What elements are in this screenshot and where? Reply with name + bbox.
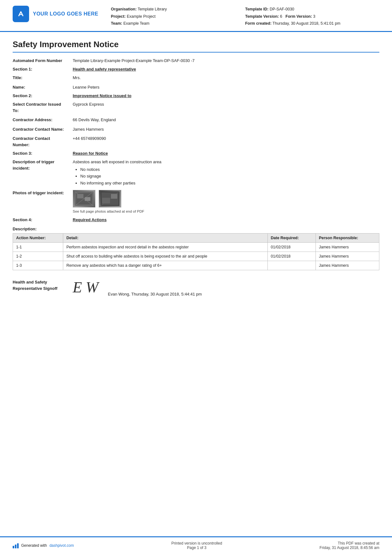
contractor-row: Select Contractor Issued To: Gyprock Exp…: [13, 101, 379, 114]
trigger-bullets: No noticesNo signageNo informing any oth…: [80, 166, 379, 186]
contact-name-value: James Hammers: [73, 126, 379, 133]
org-row: Organisation: Template Library: [111, 6, 245, 13]
table-cell-date_required: [267, 261, 315, 270]
photos-value: See full page photos attached at end of …: [73, 190, 379, 214]
section4-title: Required Actions: [73, 217, 107, 222]
table-body: 1-1Perform asbestos inspection and recor…: [13, 243, 379, 270]
svg-rect-0: [17, 10, 25, 18]
form-version-value: 3: [313, 14, 315, 19]
bullet-item: No informing any other parties: [80, 180, 379, 186]
table-cell-person_responsible: James Hammers: [315, 252, 379, 261]
name-value: Leanne Peters: [73, 84, 379, 90]
table-row: 1-3Remove any asbestos which has a dange…: [13, 261, 379, 270]
form-created-row: Form created: Thursday, 30 August 2018, …: [245, 20, 379, 27]
svg-rect-11: [111, 194, 117, 199]
template-id-label: Template ID:: [245, 7, 268, 11]
table-header-cell: Date Required:: [267, 234, 315, 243]
section1-title: Health and safety representative: [73, 67, 136, 72]
title-label: Title:: [13, 75, 73, 81]
section3-title: Reason for Notice: [73, 151, 108, 156]
contact-name-row: Contractor Contact Name: James Hammers: [13, 126, 379, 133]
table-cell-person_responsible: James Hammers: [315, 243, 379, 252]
table-section: Description: Action Number:Detail:Date R…: [13, 227, 379, 270]
header: YOUR LOGO GOES HERE Organisation: Templa…: [0, 0, 392, 32]
logo-area: YOUR LOGO GOES HERE: [13, 6, 98, 22]
table-header-row: Action Number:Detail:Date Required:Perso…: [13, 234, 379, 243]
photos-row: Photos of trigger incident:: [13, 190, 379, 214]
main-content: Safety Improvement Notice Automated Form…: [0, 32, 392, 537]
trigger-row: Description of trigger incident: Asbesto…: [13, 159, 379, 187]
header-meta-left: Organisation: Template Library Project: …: [111, 6, 245, 27]
table-cell-action_number: 1-3: [13, 261, 63, 270]
project-value: Example Project: [127, 14, 156, 19]
footer-center: Printed version is uncontrolled Page 1 o…: [171, 541, 222, 550]
org-value: Template Library: [138, 7, 167, 11]
bar3: [17, 543, 19, 548]
automated-form-number-row: Automated Form Number Template Library-E…: [13, 58, 379, 64]
table-cell-person_responsible: James Hammers: [315, 261, 379, 270]
signoff-section: Health and Safety Representative Signoff…: [13, 277, 379, 296]
contractor-label: Select Contractor Issued To:: [13, 101, 73, 114]
automated-form-number-value: Template Library-Example Project-Example…: [73, 58, 379, 64]
section2-label: Section 2:: [13, 93, 73, 98]
table-row: 1-2Shut off access to building while asb…: [13, 252, 379, 261]
logo-icon: [13, 6, 29, 22]
footer-right-line2: Friday, 31 August 2018, 8:45:56 am: [320, 546, 379, 550]
section4-row: Section 4: Required Actions: [13, 217, 379, 222]
team-value: Example Team: [123, 21, 149, 26]
footer: Generated with dashpivot.com Printed ver…: [0, 536, 392, 555]
section1-row: Section 1: Health and safety representat…: [13, 67, 379, 72]
contact-number-value: +44 65748909090: [73, 135, 379, 142]
bullet-item: No signage: [80, 173, 379, 179]
photo-caption: See full page photos attached at end of …: [73, 209, 379, 214]
template-id-value: DP-SAF-0030: [270, 7, 294, 11]
actions-table: Action Number:Detail:Date Required:Perso…: [13, 233, 379, 270]
logo-text: YOUR LOGO GOES HERE: [33, 11, 98, 17]
bullet-item: No notices: [80, 166, 379, 173]
dashpivot-link[interactable]: dashpivot.com: [49, 543, 74, 548]
header-meta: Organisation: Template Library Project: …: [111, 6, 379, 27]
contact-number-row: Contractor Contact Number: +44 657489090…: [13, 135, 379, 148]
section4-label: Section 4:: [13, 217, 73, 222]
team-row: Team: Example Team: [111, 20, 245, 27]
project-label: Project:: [111, 14, 126, 19]
footer-center-line2: Page 1 of 3: [171, 546, 222, 550]
table-cell-date_required: 01/02/2018: [267, 252, 315, 261]
template-version-value: 6: [280, 14, 282, 19]
photo-1-svg: [75, 191, 94, 206]
table-header-cell: Action Number:: [13, 234, 63, 243]
contractor-value: Gyprock Express: [73, 101, 379, 108]
logo-svg-icon: [16, 9, 26, 19]
photo-thumb-2: [99, 190, 121, 208]
address-value: 66 Devils Way, England: [73, 117, 379, 123]
svg-rect-5: [77, 194, 83, 198]
photos-label: Photos of trigger incident:: [13, 190, 73, 196]
table-cell-detail: Shut off access to building while asbest…: [63, 252, 267, 261]
table-cell-detail: Remove any asbestos which has a danger r…: [63, 261, 267, 270]
footer-right-line1: This PDF was created at: [320, 541, 379, 546]
bar2: [15, 545, 16, 548]
form-title: Safety Improvement Notice: [13, 40, 379, 53]
form-created-value: Thursday, 30 August 2018, 5:41:01 pm: [273, 21, 340, 26]
bar1: [13, 546, 14, 548]
address-row: Contractor Address: 66 Devils Way, Engla…: [13, 117, 379, 123]
photo-thumb-1: [73, 190, 95, 208]
dashpivot-bar-icon: [13, 543, 19, 548]
section3-label: Section 3:: [13, 151, 73, 156]
signoff-label: Health and Safety Representative Signoff: [13, 279, 73, 291]
trigger-value: Asbestos areas left exposed in construct…: [73, 159, 379, 187]
section1-label: Section 1:: [13, 67, 73, 72]
section3-row: Section 3: Reason for Notice: [13, 151, 379, 156]
signoff-meta: Evan Wong, Thursday, 30 August 2018, 5:4…: [108, 292, 202, 296]
page: YOUR LOGO GOES HERE Organisation: Templa…: [0, 0, 392, 555]
team-label: Team:: [111, 21, 122, 26]
name-label: Name:: [13, 84, 73, 90]
table-header-cell: Detail:: [63, 234, 267, 243]
table-cell-date_required: 01/02/2018: [267, 243, 315, 252]
table-row: 1-1Perform asbestos inspection and recor…: [13, 243, 379, 252]
contact-name-label: Contractor Contact Name:: [13, 126, 73, 133]
svg-rect-6: [85, 197, 90, 201]
generated-text: Generated with: [21, 543, 47, 548]
trigger-label: Description of trigger incident:: [13, 159, 73, 171]
section2-title: Improvement Notice issued to: [73, 93, 132, 98]
